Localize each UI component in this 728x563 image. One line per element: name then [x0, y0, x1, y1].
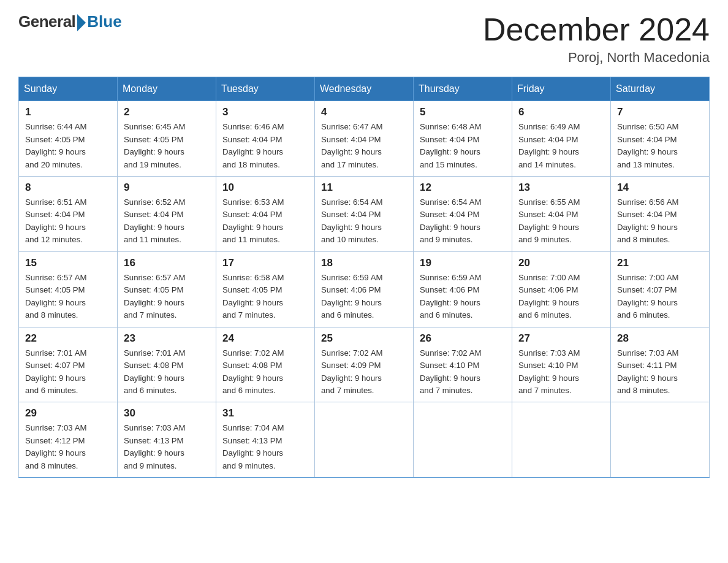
day-number: 1 — [25, 106, 111, 118]
day-number: 27 — [518, 332, 604, 345]
day-number: 20 — [518, 257, 604, 269]
calendar-cell: 31Sunrise: 7:04 AMSunset: 4:13 PMDayligh… — [216, 402, 315, 478]
calendar-cell: 3Sunrise: 6:46 AMSunset: 4:04 PMDaylight… — [216, 101, 315, 177]
day-number: 5 — [420, 106, 506, 118]
day-number: 11 — [321, 182, 407, 194]
calendar-cell: 29Sunrise: 7:03 AMSunset: 4:12 PMDayligh… — [19, 402, 118, 478]
calendar-cell: 8Sunrise: 6:51 AMSunset: 4:04 PMDaylight… — [19, 177, 118, 252]
day-number: 21 — [617, 257, 703, 269]
logo-blue-text: Blue — [87, 12, 121, 31]
day-number: 14 — [617, 182, 703, 194]
calendar-cell: 13Sunrise: 6:55 AMSunset: 4:04 PMDayligh… — [512, 177, 611, 252]
calendar-week-row: 22Sunrise: 7:01 AMSunset: 4:07 PMDayligh… — [19, 327, 710, 402]
day-info: Sunrise: 7:03 AMSunset: 4:12 PMDaylight:… — [25, 422, 111, 472]
calendar-cell: 20Sunrise: 7:00 AMSunset: 4:06 PMDayligh… — [512, 251, 611, 327]
calendar-cell — [315, 402, 414, 478]
calendar-cell: 9Sunrise: 6:52 AMSunset: 4:04 PMDaylight… — [118, 177, 216, 252]
day-info: Sunrise: 6:58 AMSunset: 4:05 PMDaylight:… — [222, 272, 308, 322]
day-info: Sunrise: 7:00 AMSunset: 4:06 PMDaylight:… — [518, 272, 604, 322]
day-info: Sunrise: 6:47 AMSunset: 4:04 PMDaylight:… — [321, 121, 407, 171]
day-number: 29 — [25, 407, 111, 419]
page-header: General Blue December 2024 Poroj, North … — [18, 12, 710, 66]
calendar-cell: 10Sunrise: 6:53 AMSunset: 4:04 PMDayligh… — [216, 177, 315, 252]
day-number: 25 — [321, 332, 407, 345]
day-info: Sunrise: 6:54 AMSunset: 4:04 PMDaylight:… — [420, 196, 506, 247]
day-info: Sunrise: 7:02 AMSunset: 4:09 PMDaylight:… — [321, 347, 407, 397]
day-number: 9 — [124, 182, 210, 194]
day-number: 16 — [124, 257, 210, 269]
day-info: Sunrise: 6:56 AMSunset: 4:04 PMDaylight:… — [617, 196, 703, 247]
weekday-header-sunday: Sunday — [19, 77, 118, 101]
day-info: Sunrise: 7:01 AMSunset: 4:08 PMDaylight:… — [124, 347, 210, 397]
day-info: Sunrise: 7:01 AMSunset: 4:07 PMDaylight:… — [25, 347, 111, 397]
calendar-cell: 4Sunrise: 6:47 AMSunset: 4:04 PMDaylight… — [315, 101, 414, 177]
day-info: Sunrise: 7:03 AMSunset: 4:10 PMDaylight:… — [518, 347, 604, 397]
calendar-cell: 30Sunrise: 7:03 AMSunset: 4:13 PMDayligh… — [118, 402, 216, 478]
day-number: 12 — [420, 182, 506, 194]
day-info: Sunrise: 6:49 AMSunset: 4:04 PMDaylight:… — [518, 121, 604, 171]
calendar-cell: 16Sunrise: 6:57 AMSunset: 4:05 PMDayligh… — [118, 251, 216, 327]
calendar-table: SundayMondayTuesdayWednesdayThursdayFrid… — [18, 77, 710, 478]
location-text: Poroj, North Macedonia — [483, 50, 710, 66]
calendar-cell: 6Sunrise: 6:49 AMSunset: 4:04 PMDaylight… — [512, 101, 611, 177]
calendar-cell — [611, 402, 710, 478]
day-info: Sunrise: 7:03 AMSunset: 4:11 PMDaylight:… — [617, 347, 703, 397]
weekday-header-friday: Friday — [512, 77, 611, 101]
day-number: 26 — [420, 332, 506, 345]
day-info: Sunrise: 6:52 AMSunset: 4:04 PMDaylight:… — [124, 196, 210, 247]
day-info: Sunrise: 6:51 AMSunset: 4:04 PMDaylight:… — [25, 196, 111, 247]
weekday-header-monday: Monday — [118, 77, 216, 101]
calendar-cell: 22Sunrise: 7:01 AMSunset: 4:07 PMDayligh… — [19, 327, 118, 402]
calendar-week-row: 15Sunrise: 6:57 AMSunset: 4:05 PMDayligh… — [19, 251, 710, 327]
calendar-cell: 17Sunrise: 6:58 AMSunset: 4:05 PMDayligh… — [216, 251, 315, 327]
calendar-cell: 21Sunrise: 7:00 AMSunset: 4:07 PMDayligh… — [611, 251, 710, 327]
day-info: Sunrise: 6:59 AMSunset: 4:06 PMDaylight:… — [420, 272, 506, 322]
calendar-cell: 5Sunrise: 6:48 AMSunset: 4:04 PMDaylight… — [414, 101, 512, 177]
day-info: Sunrise: 7:03 AMSunset: 4:13 PMDaylight:… — [124, 422, 210, 472]
calendar-week-row: 1Sunrise: 6:44 AMSunset: 4:05 PMDaylight… — [19, 101, 710, 177]
title-section: December 2024 Poroj, North Macedonia — [483, 12, 710, 66]
day-number: 10 — [222, 182, 308, 194]
logo-arrow-icon — [77, 14, 86, 31]
day-number: 8 — [25, 182, 111, 194]
day-number: 28 — [617, 332, 703, 345]
day-number: 7 — [617, 106, 703, 118]
day-number: 17 — [222, 257, 308, 269]
day-number: 23 — [124, 332, 210, 345]
calendar-cell: 26Sunrise: 7:02 AMSunset: 4:10 PMDayligh… — [414, 327, 512, 402]
day-info: Sunrise: 6:48 AMSunset: 4:04 PMDaylight:… — [420, 121, 506, 171]
calendar-cell: 25Sunrise: 7:02 AMSunset: 4:09 PMDayligh… — [315, 327, 414, 402]
calendar-cell: 11Sunrise: 6:54 AMSunset: 4:04 PMDayligh… — [315, 177, 414, 252]
day-number: 22 — [25, 332, 111, 345]
day-number: 15 — [25, 257, 111, 269]
calendar-cell: 18Sunrise: 6:59 AMSunset: 4:06 PMDayligh… — [315, 251, 414, 327]
day-info: Sunrise: 6:55 AMSunset: 4:04 PMDaylight:… — [518, 196, 604, 247]
day-info: Sunrise: 6:44 AMSunset: 4:05 PMDaylight:… — [25, 121, 111, 171]
weekday-header-wednesday: Wednesday — [315, 77, 414, 101]
calendar-cell: 15Sunrise: 6:57 AMSunset: 4:05 PMDayligh… — [19, 251, 118, 327]
day-info: Sunrise: 7:04 AMSunset: 4:13 PMDaylight:… — [222, 422, 308, 472]
day-info: Sunrise: 6:45 AMSunset: 4:05 PMDaylight:… — [124, 121, 210, 171]
calendar-cell: 27Sunrise: 7:03 AMSunset: 4:10 PMDayligh… — [512, 327, 611, 402]
day-number: 3 — [222, 106, 308, 118]
day-number: 30 — [124, 407, 210, 419]
calendar-cell: 19Sunrise: 6:59 AMSunset: 4:06 PMDayligh… — [414, 251, 512, 327]
calendar-cell: 14Sunrise: 6:56 AMSunset: 4:04 PMDayligh… — [611, 177, 710, 252]
day-info: Sunrise: 6:57 AMSunset: 4:05 PMDaylight:… — [25, 272, 111, 322]
calendar-cell — [414, 402, 512, 478]
weekday-header-row: SundayMondayTuesdayWednesdayThursdayFrid… — [19, 77, 710, 101]
calendar-cell: 23Sunrise: 7:01 AMSunset: 4:08 PMDayligh… — [118, 327, 216, 402]
day-number: 19 — [420, 257, 506, 269]
day-number: 24 — [222, 332, 308, 345]
day-number: 2 — [124, 106, 210, 118]
day-info: Sunrise: 6:53 AMSunset: 4:04 PMDaylight:… — [222, 196, 308, 247]
weekday-header-saturday: Saturday — [611, 77, 710, 101]
month-title: December 2024 — [483, 12, 710, 47]
calendar-cell: 1Sunrise: 6:44 AMSunset: 4:05 PMDaylight… — [19, 101, 118, 177]
calendar-week-row: 8Sunrise: 6:51 AMSunset: 4:04 PMDaylight… — [19, 177, 710, 252]
day-number: 4 — [321, 106, 407, 118]
calendar-cell: 24Sunrise: 7:02 AMSunset: 4:08 PMDayligh… — [216, 327, 315, 402]
day-info: Sunrise: 6:59 AMSunset: 4:06 PMDaylight:… — [321, 272, 407, 322]
day-info: Sunrise: 7:00 AMSunset: 4:07 PMDaylight:… — [617, 272, 703, 322]
calendar-cell: 7Sunrise: 6:50 AMSunset: 4:04 PMDaylight… — [611, 101, 710, 177]
